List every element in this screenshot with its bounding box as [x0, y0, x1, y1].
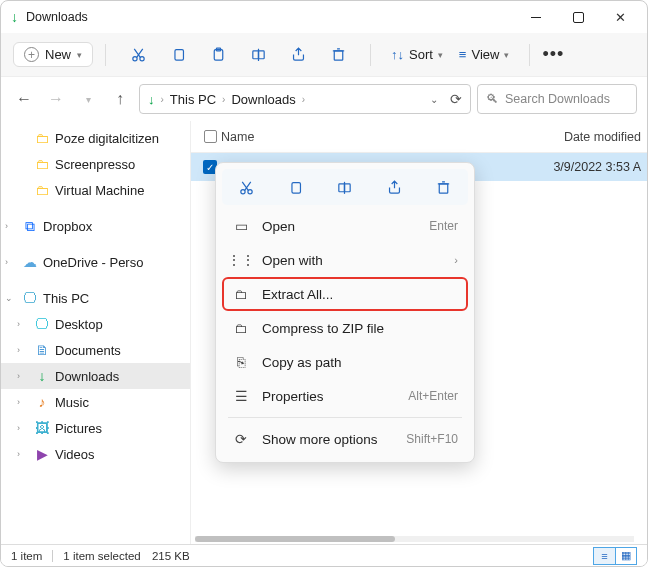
sidebar-item-label: Dropbox	[43, 219, 92, 234]
svg-point-9	[248, 189, 252, 193]
more-icon: ⟳	[232, 431, 250, 447]
search-input[interactable]: 🔍︎ Search Downloads	[477, 84, 637, 114]
chevron-right-icon: ›	[17, 371, 29, 381]
chevron-right-icon: ›	[454, 254, 458, 266]
ctx-properties[interactable]: ☰ Properties Alt+Enter	[222, 379, 468, 413]
breadcrumb-segment[interactable]: This PC	[170, 92, 216, 107]
folder-icon: 🗀	[33, 156, 51, 172]
ctx-show-more[interactable]: ⟳ Show more options Shift+F10	[222, 422, 468, 456]
svg-rect-6	[258, 51, 264, 59]
minimize-button[interactable]	[515, 3, 557, 31]
sidebar-item-videos[interactable]: ›▶Videos	[1, 441, 190, 467]
sidebar-item-desktop[interactable]: ›🖵Desktop	[1, 311, 190, 337]
close-button[interactable]	[599, 3, 641, 31]
column-header-name[interactable]: Name	[221, 130, 537, 144]
context-menu: ▭ Open Enter ⋮⋮ Open with › 🗀 Extract Al…	[215, 162, 475, 463]
context-toolbar	[222, 169, 468, 205]
extract-icon: 🗀	[232, 287, 250, 302]
sidebar-item-label: OneDrive - Perso	[43, 255, 143, 270]
rename-button[interactable]	[243, 46, 273, 63]
desktop-icon: 🖵	[33, 316, 51, 332]
properties-icon: ☰	[232, 388, 250, 404]
column-header-row: Name Date modified	[191, 121, 647, 153]
open-icon: ▭	[232, 218, 250, 234]
sidebar-item-label: Pictures	[55, 421, 102, 436]
chevron-right-icon: ›	[17, 345, 29, 355]
copy-button[interactable]	[278, 179, 314, 196]
sidebar-item-folder[interactable]: 🗀Poze digitalcitizen	[1, 125, 190, 151]
sidebar-item-onedrive[interactable]: ›☁OneDrive - Perso	[1, 249, 190, 275]
delete-button[interactable]	[425, 179, 461, 196]
titlebar: ↓ Downloads	[1, 1, 647, 33]
share-button[interactable]	[283, 46, 313, 63]
chevron-right-icon: ›	[17, 397, 29, 407]
address-bar[interactable]: ↓ › This PC › Downloads › ⌄ ⟳	[139, 84, 471, 114]
sidebar-item-documents[interactable]: ›🗎Documents	[1, 337, 190, 363]
sidebar-item-downloads[interactable]: ›↓Downloads	[1, 363, 190, 389]
sort-button[interactable]: ↑↓ Sort ▾	[391, 47, 443, 62]
delete-button[interactable]	[323, 46, 353, 63]
folder-icon: 🗀	[33, 182, 51, 198]
chevron-down-icon[interactable]: ⌄	[430, 94, 438, 105]
share-button[interactable]	[376, 179, 412, 196]
chevron-right-icon: ›	[17, 423, 29, 433]
ctx-open[interactable]: ▭ Open Enter	[222, 209, 468, 243]
content-scrollbar[interactable]	[195, 533, 634, 545]
svg-rect-10	[292, 182, 301, 193]
sidebar-item-pictures[interactable]: ›🖼Pictures	[1, 415, 190, 441]
tiles-view-icon[interactable]: ▦	[615, 547, 637, 565]
copy-button[interactable]	[163, 46, 193, 63]
sidebar-item-label: Virtual Machine	[55, 183, 144, 198]
copy-path-icon: ⎘	[232, 355, 250, 370]
open-with-icon: ⋮⋮	[232, 252, 250, 268]
command-bar: + New ▾ ↑↓ Sort ▾ ≡ View	[1, 33, 647, 77]
view-toggle[interactable]: ≡ ▦	[593, 547, 637, 565]
sidebar-item-label: Screenpresso	[55, 157, 135, 172]
svg-rect-13	[439, 183, 448, 192]
chevron-down-icon: ▾	[504, 50, 509, 60]
refresh-button[interactable]: ⟳	[450, 91, 462, 107]
sort-icon: ↑↓	[391, 47, 404, 62]
plus-icon: +	[24, 47, 39, 62]
svg-rect-2	[174, 50, 183, 61]
status-size: 215 KB	[152, 550, 190, 562]
cut-button[interactable]	[229, 179, 265, 196]
chevron-right-icon: ›	[5, 257, 17, 267]
sidebar-item-dropbox[interactable]: ›⧉Dropbox	[1, 213, 190, 239]
view-button[interactable]: ≡ View ▾	[459, 47, 510, 62]
forward-button[interactable]: →	[43, 90, 69, 108]
ctx-open-with[interactable]: ⋮⋮ Open with ›	[222, 243, 468, 277]
details-view-icon[interactable]: ≡	[593, 547, 615, 565]
breadcrumb-segment[interactable]: Downloads	[231, 92, 295, 107]
music-icon: ♪	[33, 394, 51, 410]
context-separator	[228, 417, 462, 418]
search-icon: 🔍︎	[486, 92, 499, 106]
rename-button[interactable]	[327, 179, 363, 196]
sidebar-item-label: Poze digitalcitizen	[55, 131, 159, 146]
sidebar-item-music[interactable]: ›♪Music	[1, 389, 190, 415]
back-button[interactable]: ←	[11, 90, 37, 108]
chevron-right-icon: ›	[302, 94, 305, 105]
sidebar-item-folder[interactable]: 🗀Screenpresso	[1, 151, 190, 177]
paste-button[interactable]	[203, 46, 233, 63]
sidebar-item-folder[interactable]: 🗀Virtual Machine	[1, 177, 190, 203]
column-header-date[interactable]: Date modified	[537, 130, 647, 144]
cut-button[interactable]	[123, 46, 153, 63]
up-button[interactable]: ↑	[107, 90, 133, 108]
ctx-copy-path[interactable]: ⎘ Copy as path	[222, 345, 468, 379]
recent-button[interactable]: ▾	[75, 94, 101, 105]
downloads-icon: ↓	[33, 368, 51, 384]
svg-point-1	[139, 57, 143, 61]
more-button[interactable]: •••	[542, 44, 564, 65]
view-icon: ≡	[459, 47, 467, 62]
chevron-right-icon: ›	[5, 221, 17, 231]
select-all-checkbox[interactable]	[199, 130, 221, 143]
monitor-icon: 🖵	[21, 290, 39, 306]
maximize-button[interactable]	[557, 3, 599, 31]
ctx-extract-all[interactable]: 🗀 Extract All...	[222, 277, 468, 311]
search-placeholder: Search Downloads	[505, 92, 610, 106]
ctx-compress[interactable]: 🗀 Compress to ZIP file	[222, 311, 468, 345]
sidebar-item-thispc[interactable]: ⌄🖵This PC	[1, 285, 190, 311]
new-button[interactable]: + New ▾	[13, 42, 93, 67]
chevron-down-icon: ▾	[77, 50, 82, 60]
